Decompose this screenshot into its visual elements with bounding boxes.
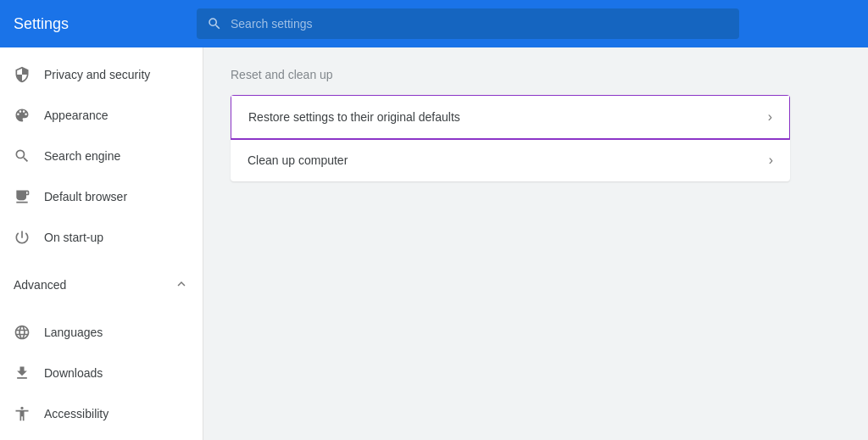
sidebar-item-on-startup[interactable]: On start-up	[0, 217, 203, 258]
sidebar-item-accessibility-label: Accessibility	[44, 407, 108, 421]
chevron-up-icon	[174, 276, 189, 294]
sidebar-item-search-engine[interactable]: Search engine	[0, 136, 203, 176]
sidebar-item-languages-label: Languages	[44, 326, 103, 339]
advanced-section-label: Advanced	[14, 278, 66, 292]
cleanup-chevron-icon: ›	[769, 153, 773, 168]
search-engine-icon	[14, 148, 31, 164]
sidebar-item-downloads[interactable]: Downloads	[0, 353, 203, 393]
sidebar-item-default-browser-label: Default browser	[44, 190, 127, 203]
page-section-title: Reset and clean up	[231, 68, 841, 81]
sidebar-item-appearance[interactable]: Appearance	[0, 95, 203, 136]
power-icon	[14, 229, 31, 246]
palette-icon	[14, 107, 31, 124]
header: Settings	[0, 0, 868, 47]
cleanup-computer-label: Clean up computer	[248, 153, 348, 167]
sidebar-item-on-startup-label: On start-up	[44, 231, 103, 244]
sidebar-item-appearance-label: Appearance	[44, 109, 108, 122]
sidebar-item-system[interactable]: System	[0, 434, 203, 440]
restore-settings-label: Restore settings to their original defau…	[248, 110, 460, 124]
restore-settings-item[interactable]: Restore settings to their original defau…	[231, 95, 790, 140]
sidebar-item-search-engine-label: Search engine	[44, 149, 120, 163]
search-bar[interactable]	[197, 8, 739, 39]
sidebar-item-default-browser[interactable]: Default browser	[0, 176, 203, 217]
sidebar-item-accessibility[interactable]: Accessibility	[0, 393, 203, 434]
sidebar-item-privacy[interactable]: Privacy and security	[0, 54, 203, 95]
search-icon	[207, 16, 222, 31]
layout: Privacy and security Appearance Search e…	[0, 47, 868, 440]
sidebar-top-section: Privacy and security Appearance Search e…	[0, 47, 203, 265]
search-input[interactable]	[231, 17, 729, 31]
sidebar-item-privacy-label: Privacy and security	[44, 68, 150, 81]
sidebar-item-languages[interactable]: Languages	[0, 312, 203, 353]
main-content: Reset and clean up Restore settings to t…	[203, 47, 868, 440]
sidebar-item-downloads-label: Downloads	[44, 366, 103, 380]
app-title: Settings	[14, 15, 183, 33]
accessibility-icon	[14, 405, 31, 422]
advanced-header-left: Advanced	[14, 278, 66, 292]
download-icon	[14, 365, 31, 382]
sidebar: Privacy and security Appearance Search e…	[0, 47, 203, 440]
sidebar-advanced-items: Languages Downloads Accessibility System	[0, 305, 203, 440]
cleanup-computer-item[interactable]: Clean up computer ›	[231, 139, 790, 181]
default-browser-icon	[14, 188, 31, 205]
shield-icon	[14, 66, 31, 83]
globe-icon	[14, 324, 31, 341]
restore-chevron-icon: ›	[768, 109, 772, 125]
sidebar-advanced-header[interactable]: Advanced	[0, 265, 203, 305]
settings-list: Restore settings to their original defau…	[231, 95, 790, 181]
